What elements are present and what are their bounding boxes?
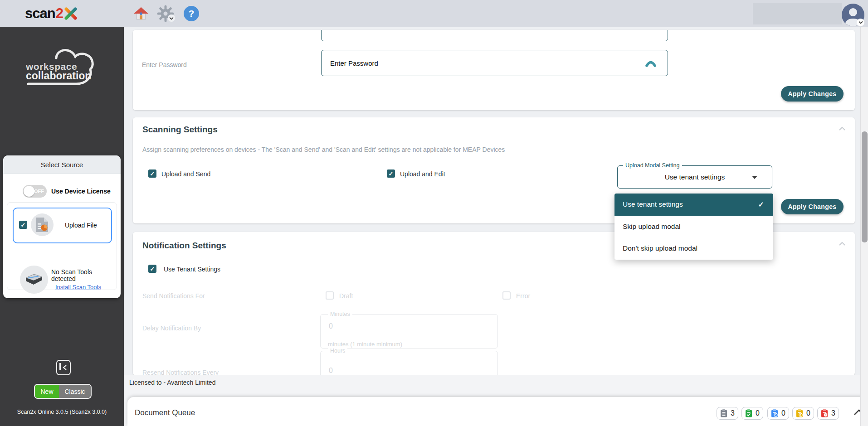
password-input-value: Enter Password [330, 59, 378, 67]
menu-option-label: Don't skip upload modal [623, 244, 697, 252]
queue-count-success: 0 [756, 409, 760, 417]
logo-text-2: 2 [56, 5, 63, 22]
minutes-helper-text: minutes (1 minute minimum) [328, 341, 402, 348]
hours-field-label: Hours [328, 348, 347, 354]
sidebar-collapse-button[interactable] [56, 360, 71, 375]
document-chart-icon [35, 217, 49, 232]
previous-input-clipped[interactable] [321, 30, 668, 41]
queue-badge-pending[interactable]: 0 [792, 407, 814, 420]
upload-and-edit-label: Upload and Edit [400, 170, 445, 178]
scan-tools-status-line1: No Scan Tools [51, 269, 92, 276]
delay-notification-label: Delay Notification By [142, 324, 201, 332]
brand-line-2: collaboration [26, 71, 91, 81]
gear-chevron-badge[interactable] [168, 15, 175, 22]
menu-option-label: Use tenant settings [623, 200, 683, 208]
clipboard-dollar-yellow-icon [795, 409, 804, 418]
device-license-label: Use Device License [51, 188, 111, 195]
upload-modal-setting-value: Use tenant settings [665, 173, 725, 181]
upload-file-checkbox[interactable] [19, 221, 27, 229]
upload-modal-setting-select[interactable]: Use tenant settings [617, 165, 772, 189]
upload-and-send-checkbox[interactable] [148, 169, 156, 178]
resend-notifications-label: Resend Notifications Every [142, 369, 219, 375]
chevron-left-icon [62, 364, 68, 371]
collapse-section-chevron-icon[interactable] [839, 126, 846, 131]
upload-file-label: Upload File [65, 222, 97, 229]
chevron-down-icon [858, 21, 863, 24]
mode-classic-button[interactable]: Classic [59, 385, 91, 398]
toggle-password-visibility-button[interactable] [645, 58, 657, 69]
scanning-settings-description: Assign scanning preferences on devices -… [142, 146, 505, 153]
collapse-section-chevron-icon[interactable] [839, 242, 846, 246]
queue-badge-processing[interactable]: 0 [767, 407, 789, 420]
vertical-scrollbar[interactable] [860, 27, 868, 426]
minutes-field-label: Minutes [328, 311, 352, 317]
document-queue-title: Document Queue [135, 408, 195, 417]
home-button[interactable] [132, 5, 150, 22]
error-checkbox [502, 291, 511, 300]
apply-changes-button-password[interactable]: Apply Changes [781, 86, 844, 102]
password-card: Enter Password Enter Password Apply Chan… [133, 30, 855, 110]
sidebar: workspace collaboration Select Source OF… [0, 27, 124, 426]
collapse-bar [59, 363, 61, 370]
password-input[interactable]: Enter Password [321, 50, 668, 76]
upload-and-edit-checkbox[interactable] [387, 169, 395, 178]
device-license-row: OFF Use Device License [23, 184, 113, 198]
chevron-down-icon [169, 17, 174, 20]
queue-count-all: 3 [731, 409, 735, 417]
menu-option-use-tenant-settings[interactable]: Use tenant settings ✓ [614, 194, 773, 216]
scan-tools-status-line2: detected [51, 276, 92, 282]
logo-text-scan: scan [25, 5, 55, 22]
menu-option-label: Skip upload modal [623, 223, 681, 231]
device-license-toggle[interactable]: OFF [23, 185, 47, 198]
document-queue-bar[interactable]: Document Queue 3 0 [127, 397, 868, 426]
clipboard-minus-red-icon [820, 409, 829, 418]
licensed-to-label: Licensed to - Avantech Limited [129, 379, 215, 386]
scan2x-logo: scan2 [25, 5, 78, 22]
avatar-menu-chevron[interactable] [857, 19, 864, 26]
upload-file-icon-circle [31, 213, 54, 236]
clipboard-gray-icon [719, 409, 728, 418]
use-tenant-settings-checkbox[interactable] [148, 265, 156, 273]
scanning-settings-title: Scanning Settings [142, 125, 218, 135]
logo-x-icon [64, 7, 78, 20]
draft-checkbox [326, 291, 334, 300]
scan-tools-status: No Scan Tools detected [51, 269, 92, 282]
install-scan-tools-link[interactable]: Install Scan Tools [55, 284, 101, 290]
queue-count-pending: 0 [806, 409, 810, 417]
queue-count-processing: 0 [781, 409, 785, 417]
upload-file-option[interactable]: Upload File [13, 208, 112, 243]
upload-and-send-label: Upload and Send [161, 170, 210, 178]
draft-label: Draft [339, 292, 353, 300]
app-version-label: Scan2x Online 3.0.5 (Scan2x 3.0.0) [0, 409, 124, 415]
scan2x-app: scan2 [0, 0, 868, 426]
hours-field [320, 351, 498, 375]
home-icon [133, 5, 149, 22]
topbar-inactive-field[interactable] [753, 3, 842, 24]
send-notifications-for-label: Send Notifications For [142, 292, 205, 300]
menu-option-dont-skip-upload-modal[interactable]: Don't skip upload modal [614, 237, 773, 260]
toggle-knob [24, 186, 34, 197]
mode-new-button[interactable]: New [35, 385, 59, 398]
clipboard-clock-blue-icon [770, 409, 779, 418]
menu-option-skip-upload-modal[interactable]: Skip upload modal [614, 216, 773, 238]
select-source-header: Select Source [3, 155, 121, 174]
notification-settings-title: Notification Settings [142, 241, 226, 251]
apply-changes-button-scanning[interactable]: Apply Changes [781, 199, 844, 214]
question-mark-icon: ? [189, 8, 195, 19]
clipboard-check-green-icon [744, 409, 753, 418]
toggle-state-label: OFF [34, 189, 44, 194]
hours-field-value: 0 [329, 367, 333, 375]
top-bar: scan2 [0, 0, 868, 27]
select-caret-icon [752, 176, 757, 179]
check-icon: ✓ [758, 200, 764, 209]
select-source-panel: Select Source OFF Use Device License [3, 155, 121, 298]
help-button[interactable]: ? [184, 6, 199, 21]
queue-badge-error[interactable]: 3 [817, 407, 839, 420]
queue-badge-all[interactable]: 3 [717, 407, 738, 420]
eye-icon [645, 58, 657, 67]
scrollbar-thumb[interactable] [862, 131, 868, 242]
scanner-icon [24, 272, 44, 287]
upload-modal-setting-menu: Use tenant settings ✓ Skip upload modal … [614, 194, 773, 260]
use-tenant-settings-label: Use Tenant Settings [164, 266, 220, 273]
queue-badge-success[interactable]: 0 [741, 407, 763, 420]
